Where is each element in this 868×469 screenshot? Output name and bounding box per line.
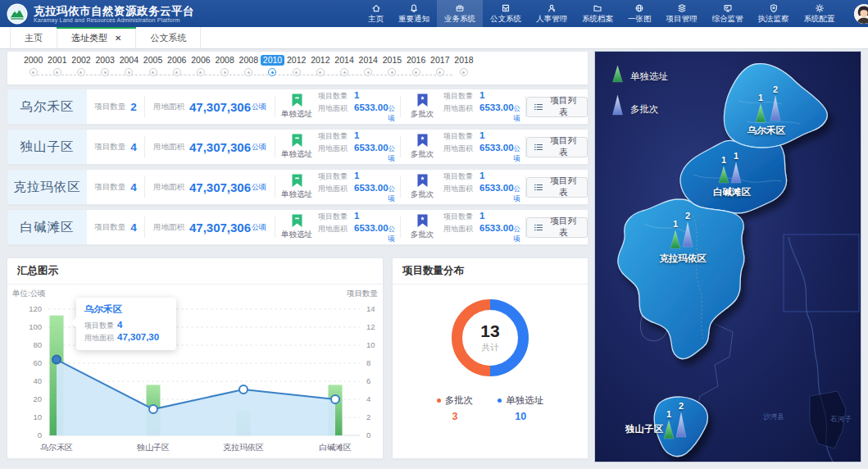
year-timeline: 2000200120022003200420052006200620082008… <box>7 51 589 85</box>
year-dot[interactable] <box>197 68 205 76</box>
nav-item-shield[interactable]: 执法监察 <box>751 0 797 27</box>
year-dot[interactable] <box>388 68 396 76</box>
year-dot[interactable] <box>53 68 61 76</box>
year-item-2012-11[interactable]: 2012 <box>284 52 308 84</box>
year-item-2014-14[interactable]: 2014 <box>357 52 380 84</box>
year-dot[interactable] <box>173 68 181 76</box>
user-info[interactable]: 系统管理员 勘测信息中心 <box>843 0 868 27</box>
tab-0[interactable]: 主页 <box>10 27 57 48</box>
nav-item-label: 执法监察 <box>758 14 789 25</box>
tab-1[interactable]: 选址类型✕ <box>57 27 136 48</box>
area-unit: 公顷 <box>252 102 266 112</box>
project-list-button[interactable]: 项目列表 <box>526 137 588 157</box>
year-item-2017-17[interactable]: 2017 <box>428 52 452 84</box>
tab-2[interactable]: 公文系统 <box>136 27 201 48</box>
list-icon <box>534 143 543 151</box>
project-list-button[interactable]: 项目列表 <box>526 177 588 198</box>
map-legend-item: 单独选址 <box>611 65 668 83</box>
year-item-2012-12[interactable]: 2012 <box>308 52 332 84</box>
nav-item-document[interactable]: 公文系统 <box>483 0 529 27</box>
map-region-label-乌尔禾区: 乌尔禾区 <box>747 125 786 135</box>
year-label: 2017 <box>428 55 452 66</box>
year-dot[interactable] <box>101 68 109 76</box>
year-item-2008-8[interactable]: 2008 <box>213 52 237 84</box>
year-label: 2018 <box>452 55 475 66</box>
year-dot[interactable] <box>30 68 38 76</box>
year-item-2002-2[interactable]: 2002 <box>69 52 93 84</box>
year-item-2008-9[interactable]: 2008 <box>237 52 261 84</box>
year-dot[interactable] <box>77 68 85 76</box>
year-dot[interactable] <box>244 68 252 76</box>
nav-item-label: 公文系统 <box>490 14 521 25</box>
year-item-2001-1[interactable]: 2001 <box>45 52 69 84</box>
nav-item-bell[interactable]: 重要通知 <box>391 0 437 27</box>
district-row-0: 乌尔禾区 项目数量 2 用地面积 47,307,306 公顷 单独选址 项目数量… <box>7 89 589 125</box>
nav-item-folder[interactable]: 系统档案 <box>575 0 620 27</box>
marker-count-multi: 2 <box>773 84 778 94</box>
single-site-stats: 项目数量 1 用地面积 6533.00 公顷 <box>318 130 400 163</box>
year-item-2004-4[interactable]: 2004 <box>117 52 141 84</box>
line-point-克拉玛依区[interactable] <box>239 385 248 394</box>
land-area-value: 47,307,306 <box>189 221 251 234</box>
document-icon <box>501 3 511 13</box>
year-item-2018-18[interactable]: 2018 <box>452 52 475 84</box>
nav-item-layers[interactable]: 项目管理 <box>659 0 705 27</box>
year-item-2006-7[interactable]: 2006 <box>189 52 212 84</box>
year-item-2006-6[interactable]: 2006 <box>165 52 189 84</box>
line-point-乌尔禾区[interactable] <box>52 356 61 364</box>
single-site-flag: 单独选址 <box>275 134 318 160</box>
land-area-cell: 用地面积 47,307,306 公顷 <box>145 180 275 194</box>
nav-item-home[interactable]: 主页 <box>361 0 391 27</box>
year-label: 2014 <box>332 55 356 66</box>
year-dot[interactable] <box>220 68 229 76</box>
year-dot[interactable] <box>149 68 157 76</box>
year-item-2005-5[interactable]: 2005 <box>141 52 165 84</box>
svg-text:沙湾县: 沙湾县 <box>763 412 784 421</box>
svg-text:40: 40 <box>33 376 42 385</box>
donut-legend-item[interactable]: 多批次3 <box>437 394 474 422</box>
line-point-白碱滩区[interactable] <box>331 395 339 403</box>
tab-close-icon[interactable]: ✕ <box>115 34 121 43</box>
year-dot[interactable] <box>340 68 348 76</box>
district-name: 独山子区 <box>7 130 87 164</box>
year-dot[interactable] <box>125 68 133 76</box>
donut-legend-item[interactable]: 单独选址10 <box>498 394 543 422</box>
year-item-2015-15[interactable]: 2015 <box>380 52 404 84</box>
app-header: 克拉玛依市自然资源政务云平台 Karamay Land and Resource… <box>0 0 868 27</box>
nav-item-briefcase[interactable]: 业务系统 <box>437 0 483 27</box>
nav-item-monitor[interactable]: 综合监管 <box>705 0 751 27</box>
year-item-2010-10[interactable]: 2010 <box>261 52 284 84</box>
year-dot[interactable] <box>460 68 468 76</box>
single-site-label: 单独选址 <box>281 149 312 160</box>
year-dot[interactable] <box>364 68 372 76</box>
map-legend-item: 多批次 <box>611 94 668 116</box>
nav-item-person[interactable]: 人事管理 <box>529 0 575 27</box>
line-point-独山子区[interactable] <box>149 405 157 413</box>
year-dot[interactable] <box>268 68 276 76</box>
map-region-kelamayi[interactable] <box>618 199 744 359</box>
project-list-button[interactable]: 项目列表 <box>526 217 588 238</box>
year-dot[interactable] <box>436 68 444 76</box>
year-dot[interactable] <box>293 68 301 76</box>
svg-text:14: 14 <box>366 304 375 313</box>
gear-icon <box>815 3 825 13</box>
single-ribbon-icon <box>292 174 302 188</box>
project-list-button[interactable]: 项目列表 <box>526 97 588 117</box>
year-item-2000-0[interactable]: 2000 <box>21 52 45 84</box>
brand: 克拉玛依市自然资源政务云平台 Karamay Land and Resource… <box>0 0 361 27</box>
year-item-2016-16[interactable]: 2016 <box>404 52 428 84</box>
nav-item-label: 主页 <box>368 14 384 25</box>
marker-count-single: 1 <box>666 409 671 419</box>
nav-item-gear[interactable]: 系统配置 <box>797 0 843 27</box>
tab-bar: 主页选址类型✕公文系统 <box>0 27 868 49</box>
year-dot[interactable] <box>412 68 420 76</box>
app-title: 克拉玛依市自然资源政务云平台 <box>34 5 194 17</box>
multi-ribbon-icon <box>417 134 428 148</box>
year-label: 2008 <box>237 55 261 66</box>
year-item-2003-3[interactable]: 2003 <box>93 52 117 84</box>
single-site-label: 单独选址 <box>281 230 312 240</box>
year-dot[interactable] <box>316 68 325 76</box>
nav-item-globe[interactable]: 一张图 <box>620 0 659 27</box>
year-item-2014-13[interactable]: 2014 <box>332 52 356 84</box>
multi-batch-label: 多批次 <box>411 109 434 120</box>
